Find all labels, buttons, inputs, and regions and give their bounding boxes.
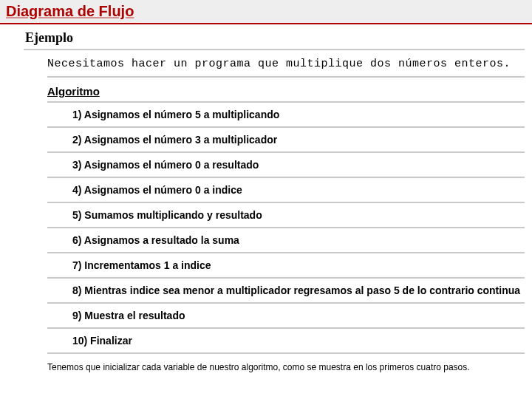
- title-bar: Diagrama de Flujo: [0, 0, 532, 24]
- step-text: 5) Sumamos multiplicando y resultado: [72, 209, 262, 221]
- slide-title: Diagrama de Flujo: [6, 3, 134, 19]
- problem-description: Necesitamos hacer un programa que multip…: [47, 58, 525, 72]
- list-item: 6) Asignamos a resultado la suma: [47, 228, 525, 253]
- list-item: 5) Sumamos multiplicando y resultado: [47, 203, 525, 228]
- list-item: 3) Asignamos el número 0 a resultado: [47, 153, 525, 178]
- step-text: 4) Asignamos el número 0 a indice: [72, 184, 242, 196]
- slide: Diagrama de Flujo Ejemplo Necesitamos ha…: [0, 0, 532, 399]
- list-item: 9) Muestra el resultado: [47, 304, 525, 329]
- step-text: 1) Asignamos el número 5 a multiplicando: [72, 109, 279, 120]
- step-text: 3) Asignamos el número 0 a resultado: [72, 159, 259, 171]
- step-text: 2) Asignamos el número 3 a multiplicador: [72, 134, 277, 146]
- list-item: 1) Asignamos el número 5 a multiplicando: [47, 103, 525, 128]
- list-item: 8) Mientras indice sea menor a multiplic…: [47, 279, 525, 304]
- footer-note: Tenemos que inicializar cada variable de…: [47, 361, 525, 373]
- description-row: Necesitamos hacer un programa que multip…: [47, 58, 525, 78]
- list-item: 10) Finalizar: [47, 329, 525, 354]
- example-heading: Ejemplo: [25, 30, 73, 45]
- example-heading-row: Ejemplo: [24, 30, 525, 50]
- footer-row: Tenemos que inicializar cada variable de…: [47, 361, 525, 376]
- list-item: 4) Asignamos el número 0 a indice: [47, 178, 525, 203]
- list-item: 7) Incrementamos 1 a indice: [47, 253, 525, 279]
- step-text: 7) Incrementamos 1 a indice: [72, 259, 211, 271]
- algorithm-heading-row: Algoritmo: [47, 85, 525, 103]
- algorithm-steps: 1) Asignamos el número 5 a multiplicando…: [47, 103, 525, 354]
- step-text: 10) Finalizar: [72, 335, 132, 347]
- algorithm-heading: Algoritmo: [47, 85, 100, 98]
- list-item: 2) Asignamos el número 3 a multiplicador: [47, 128, 525, 153]
- step-text: 6) Asignamos a resultado la suma: [72, 234, 239, 246]
- step-text: 9) Muestra el resultado: [72, 310, 185, 321]
- step-text: 8) Mientras indice sea menor a multiplic…: [72, 284, 520, 296]
